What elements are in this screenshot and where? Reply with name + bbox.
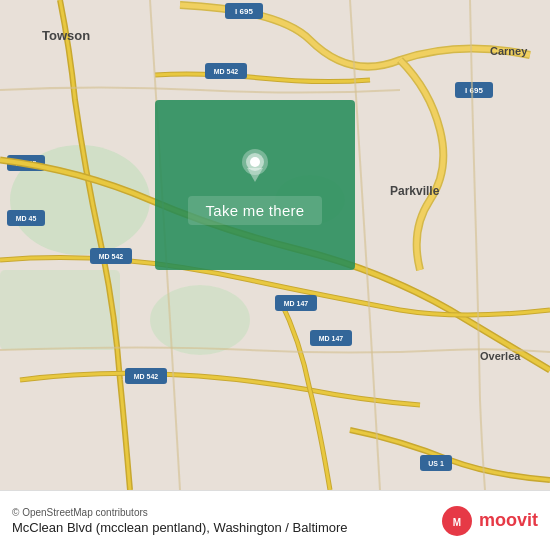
svg-text:M: M [453, 517, 461, 528]
svg-point-31 [250, 157, 260, 167]
moovit-brand-icon: M [441, 505, 473, 537]
take-me-there-button[interactable]: Take me there [188, 196, 323, 225]
svg-text:Towson: Towson [42, 28, 90, 43]
svg-text:MD 542: MD 542 [99, 253, 124, 260]
svg-rect-3 [0, 270, 120, 350]
svg-marker-32 [247, 168, 263, 182]
location-name: McClean Blvd (mcclean pentland), Washing… [12, 520, 348, 535]
svg-text:US 1: US 1 [428, 460, 444, 467]
moovit-text: moovit [479, 510, 538, 531]
svg-text:MD 147: MD 147 [319, 335, 344, 342]
svg-text:I 695: I 695 [465, 86, 483, 95]
svg-text:MD 45: MD 45 [16, 215, 37, 222]
svg-text:MD 542: MD 542 [134, 373, 159, 380]
svg-text:I 695: I 695 [235, 7, 253, 16]
navigation-overlay: Take me there [155, 100, 355, 270]
location-pin-icon [235, 146, 275, 186]
svg-text:Parkville: Parkville [390, 184, 440, 198]
osm-credit: © OpenStreetMap contributors [12, 507, 348, 518]
location-info: © OpenStreetMap contributors McClean Blv… [12, 507, 348, 535]
svg-text:Overlea: Overlea [480, 350, 521, 362]
svg-text:MD 147: MD 147 [284, 300, 309, 307]
info-bar: © OpenStreetMap contributors McClean Blv… [0, 490, 550, 550]
svg-point-2 [150, 285, 250, 355]
svg-text:MD 542: MD 542 [214, 68, 239, 75]
map-container: I 695 I 695 MD 45 MD 45 MD 542 MD 542 MD… [0, 0, 550, 490]
moovit-logo: M moovit [441, 505, 538, 537]
svg-text:Carney: Carney [490, 45, 528, 57]
